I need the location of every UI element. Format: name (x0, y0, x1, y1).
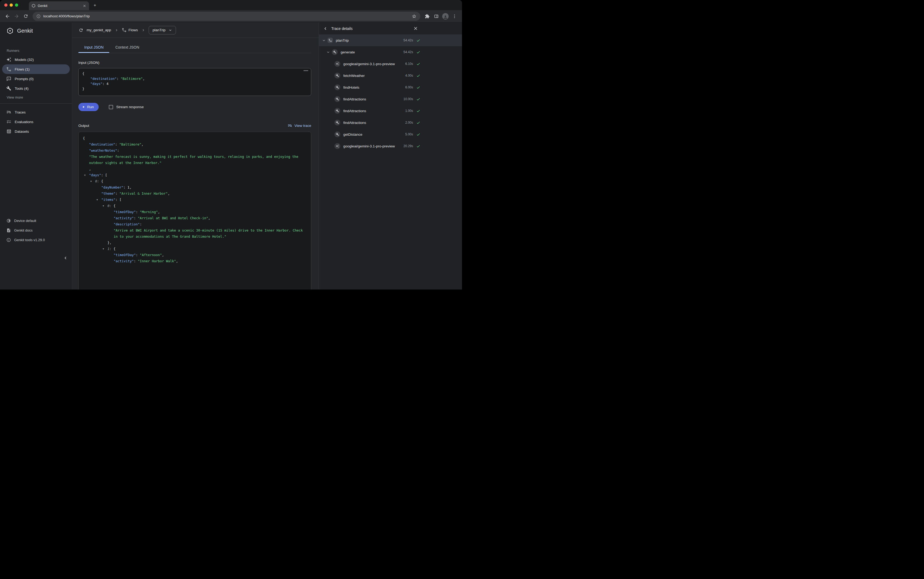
app-logo: Genkit (0, 23, 72, 34)
sparkle-icon (335, 61, 340, 67)
sidebar-item-models[interactable]: Models (32) (2, 55, 70, 64)
expand-caret-icon[interactable]: ▾ (90, 178, 95, 184)
trace-row-googleai/gemini-3.1-pro-preview[interactable]: googleai/gemini-3.1-pro-preview6.10s (319, 58, 462, 70)
code-line: "description": (83, 221, 307, 227)
trace-row-generate[interactable]: generate54.42s (319, 46, 462, 58)
output-label: Output (78, 124, 89, 128)
wrench-icon (335, 131, 340, 137)
sidebar-item-prompts[interactable]: Prompts (0) (2, 74, 70, 83)
breadcrumb-flows[interactable]: Flows (122, 28, 138, 32)
stream-response-checkbox[interactable] (109, 105, 113, 109)
theme-selector[interactable]: Device default (0, 216, 72, 226)
footer-item-label: Genkit tools v1.29.0 (14, 238, 45, 242)
input-json-editor[interactable]: { "destination": "Baltimore", "days": 4} (78, 68, 311, 96)
refresh-icon[interactable] (79, 28, 84, 33)
macos-window-controls (0, 0, 22, 10)
sidebar-item-evaluations[interactable]: Evaluations (2, 117, 70, 127)
close-window-button[interactable] (4, 3, 8, 7)
minimize-window-button[interactable] (10, 3, 13, 7)
back-icon[interactable] (3, 12, 12, 21)
success-check-icon (416, 38, 420, 43)
code-line: ▾"days": [ (83, 172, 307, 178)
side-panel-icon[interactable] (432, 12, 441, 21)
forward-icon[interactable] (12, 12, 21, 21)
theme-icon (7, 218, 11, 223)
expand-caret-icon[interactable]: ▾ (97, 196, 101, 203)
trace-row-findAttractions[interactable]: findAttractions1.00s (319, 105, 462, 117)
address-bar[interactable]: localhost:4000/flows/planTrip (33, 12, 420, 21)
prompt-icon (7, 76, 11, 81)
selected-flow-name: planTrip (153, 28, 166, 32)
tab-context-json[interactable]: Context JSON (109, 42, 145, 53)
expand-caret-icon[interactable]: ▾ (84, 172, 89, 178)
reload-icon[interactable] (21, 12, 30, 21)
expand-caret-icon[interactable]: ▾ (103, 246, 107, 252)
run-button[interactable]: Run (78, 103, 98, 111)
browser-tab[interactable]: Genkit (29, 1, 89, 10)
site-info-icon[interactable] (36, 14, 41, 18)
code-line: , (83, 166, 307, 172)
flow-selector-dropdown[interactable]: planTrip (149, 26, 176, 34)
span-label: findAttractions (343, 97, 404, 101)
span-duration: 6.10s (405, 62, 413, 66)
expand-caret-icon[interactable]: ▾ (103, 203, 107, 209)
span-duration: 20.29s (404, 144, 413, 148)
tab-input-json[interactable]: Input JSON (78, 42, 109, 53)
docs-icon (7, 228, 11, 232)
sidebar-item-flows[interactable]: Flows (1) (2, 64, 70, 74)
genkit-docs-link[interactable]: Genkit docs (0, 226, 72, 235)
trace-row-getDistance[interactable]: getDistance5.00s (319, 128, 462, 140)
genkit-tools-version[interactable]: Genkit tools v1.29.0 (0, 235, 72, 245)
input-json-label: Input (JSON) (78, 61, 311, 65)
span-duration: 1.00s (405, 109, 413, 113)
sparkle-icon (335, 143, 340, 149)
tab-close-icon[interactable] (83, 4, 86, 8)
trace-row-planTrip[interactable]: planTrip54.42s (319, 34, 462, 46)
chevron-right-icon (141, 28, 146, 32)
success-check-icon (416, 132, 420, 136)
view-trace-link[interactable]: View trace (288, 123, 311, 128)
datasets-icon (7, 129, 11, 134)
bookmark-star-icon[interactable] (412, 14, 417, 19)
trace-row-findAttractions[interactable]: findAttractions2.00s (319, 117, 462, 128)
code-line: "days": 4 (82, 81, 307, 86)
view-more-link[interactable]: View more (7, 95, 23, 99)
output-json-viewer[interactable]: {"destination": "Baltimore","weatherNote… (78, 132, 311, 290)
code-line: "timeOfDay": "Afternoon", (83, 252, 307, 258)
span-duration: 6.00s (405, 85, 413, 89)
code-line: ▾1: { (83, 246, 307, 252)
chevron-right-icon (115, 28, 119, 32)
trace-row-findHotels[interactable]: findHotels6.00s (319, 82, 462, 93)
trace-close-icon[interactable] (413, 26, 418, 31)
trace-row-fetchWeather[interactable]: fetchWeather4.00s (319, 70, 462, 82)
sidebar-item-label: Flows (1) (15, 67, 30, 71)
new-tab-button[interactable]: + (91, 2, 98, 9)
browser-window: Genkit + localhost:4000/flows/planTrip (0, 0, 462, 290)
traces-icon (7, 110, 11, 114)
trace-row-googleai/gemini-3.1-pro-preview[interactable]: googleai/gemini-3.1-pro-preview20.29s (319, 140, 462, 152)
profile-avatar[interactable] (441, 12, 450, 21)
wrench-icon (335, 96, 340, 102)
code-line: ▾0: { (83, 203, 307, 209)
sidebar-collapse-icon[interactable] (63, 255, 68, 261)
browser-menu-icon[interactable] (450, 12, 459, 21)
trace-row-findAttractions[interactable]: findAttractions10.00s (319, 93, 462, 105)
breadcrumb-app-name[interactable]: my_genkit_app (87, 28, 111, 32)
sidebar-item-datasets[interactable]: Datasets (2, 127, 70, 136)
wrench-icon (335, 119, 340, 126)
trace-back-icon[interactable] (323, 26, 328, 31)
runners-section-label: Runners (7, 49, 72, 52)
sidebar-item-tools[interactable]: Tools (4) (2, 83, 70, 93)
sidebar-item-traces[interactable]: Traces (2, 107, 70, 117)
collapse-caret-icon[interactable] (322, 38, 327, 43)
success-check-icon (416, 62, 420, 66)
flow-icon (7, 67, 11, 72)
collapse-caret-icon[interactable] (326, 50, 331, 54)
zoom-window-button[interactable] (15, 3, 18, 7)
sidebar-item-label: Prompts (0) (15, 77, 34, 81)
trace-span-tree: planTrip54.42sgenerate54.42sgoogleai/gem… (319, 34, 462, 290)
editor-scrollbar-thumb[interactable] (304, 70, 308, 71)
wrench-icon (335, 73, 340, 79)
browser-toolbar: localhost:4000/flows/planTrip (0, 10, 462, 23)
extensions-icon[interactable] (423, 12, 432, 21)
